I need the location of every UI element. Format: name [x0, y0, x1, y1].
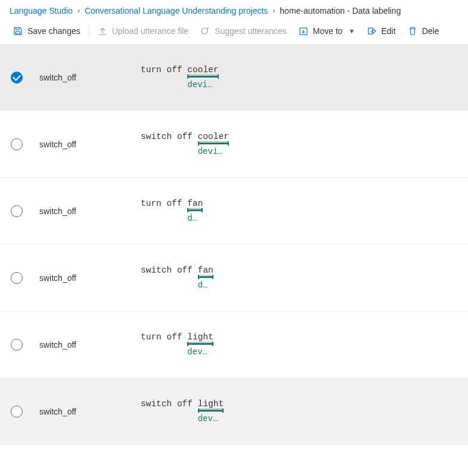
chevron-right-icon: › [272, 7, 275, 15]
chevron-right-icon: › [78, 7, 80, 15]
row-select-cell [11, 272, 39, 284]
entity-span[interactable]: fand… [187, 199, 203, 223]
entity-bracket-icon [187, 76, 218, 78]
intent-label: switch_off [39, 340, 141, 350]
radio-unchecked-icon[interactable] [11, 205, 23, 217]
utterance-cell[interactable]: turn off lightdev… [141, 316, 213, 373]
entity-bracket-icon [187, 209, 203, 211]
intent-label: switch_off [39, 73, 141, 82]
utterance-row[interactable]: switch_offturn off coolerdevi… [0, 44, 468, 111]
utterance-text: switch off coolerdevi… [141, 132, 229, 156]
edit-icon [367, 26, 377, 36]
entity-span[interactable]: coolerdevi… [187, 65, 218, 89]
entity-text: cooler [187, 65, 218, 75]
entity-span[interactable]: lightdev… [198, 399, 224, 424]
utterance-row[interactable]: switch_offswitch off coolerdevi… [0, 111, 468, 178]
delete-button[interactable]: Dele [402, 24, 445, 38]
radio-unchecked-icon[interactable] [11, 406, 23, 418]
row-select-cell [11, 339, 39, 351]
chevron-down-icon: ▼ [349, 27, 355, 35]
utterance-cell[interactable]: turn off fand… [141, 182, 203, 240]
toolbar-separator [89, 24, 89, 38]
intent-label: switch_off [39, 206, 141, 216]
row-select-cell [11, 138, 39, 150]
entity-label[interactable]: devi… [198, 147, 229, 156]
utterance-prefix: switch off [141, 399, 198, 424]
suggest-icon [200, 26, 210, 36]
save-button-label: Save changes [27, 26, 80, 36]
utterance-list: switch_offturn off coolerdevi…switch_off… [0, 44, 468, 445]
utterance-row[interactable]: switch_offturn off fand… [0, 178, 468, 245]
save-icon [13, 26, 23, 36]
radio-unchecked-icon[interactable] [11, 339, 23, 351]
entity-span[interactable]: fand… [198, 265, 213, 290]
utterance-prefix: switch off [141, 132, 198, 156]
move-to-icon [299, 26, 308, 36]
utterance-cell[interactable]: switch off fand… [141, 249, 213, 307]
move-to-button[interactable]: Move to ▼ [293, 24, 361, 38]
entity-label[interactable]: devi… [187, 80, 218, 89]
utterance-prefix: turn off [141, 65, 187, 89]
utterance-prefix: switch off [141, 265, 198, 290]
utterance-row[interactable]: switch_offswitch off fand… [0, 245, 468, 311]
utterance-text: turn off fand… [141, 199, 203, 223]
entity-bracket-icon [198, 410, 224, 412]
utterance-cell[interactable]: turn off coolerdevi… [141, 48, 219, 106]
upload-icon [98, 26, 107, 36]
entity-span[interactable]: coolerdevi… [198, 132, 229, 156]
utterance-prefix: turn off [141, 199, 187, 223]
entity-label[interactable]: d… [187, 214, 203, 223]
utterance-row[interactable]: switch_offturn off lightdev… [0, 311, 468, 378]
utterance-row[interactable]: switch_offswitch off lightdev… [0, 378, 468, 445]
entity-label[interactable]: d… [198, 280, 213, 290]
row-select-cell [11, 72, 39, 84]
save-button[interactable]: Save changes [7, 24, 86, 38]
utterance-text: switch off fand… [141, 265, 213, 290]
entity-text: cooler [198, 132, 229, 142]
suggest-button-label: Suggest utterances [215, 26, 287, 36]
utterance-text: switch off lightdev… [141, 399, 224, 424]
breadcrumb-link-clu-projects[interactable]: Conversational Language Understanding pr… [85, 6, 268, 16]
move-to-label: Move to [313, 26, 343, 36]
upload-button-label: Upload utterance file [112, 26, 188, 36]
entity-label[interactable]: dev… [198, 414, 224, 424]
utterance-prefix: turn off [141, 332, 187, 357]
utterance-text: turn off lightdev… [141, 332, 213, 357]
utterance-text: turn off coolerdevi… [141, 65, 219, 89]
breadcrumb-link-language-studio[interactable]: Language Studio [10, 6, 73, 16]
entity-text: light [198, 399, 224, 409]
row-select-cell [11, 406, 39, 418]
entity-bracket-icon [198, 143, 229, 144]
breadcrumb-current: home-automation - Data labeling [280, 6, 401, 16]
entity-span[interactable]: lightdev… [187, 332, 213, 357]
entity-text: fan [198, 265, 213, 276]
toolbar: Save changes Upload utterance file Sugge… [0, 20, 468, 44]
row-select-cell [11, 205, 39, 217]
entity-text: fan [187, 199, 203, 209]
utterance-cell[interactable]: switch off coolerdevi… [141, 115, 229, 173]
utterance-cell[interactable]: switch off lightdev… [141, 382, 224, 440]
radio-unchecked-icon[interactable] [11, 272, 23, 284]
edit-button[interactable]: Edit [361, 24, 402, 38]
edit-button-label: Edit [382, 26, 396, 36]
svg-point-1 [202, 28, 207, 34]
upload-utterance-button[interactable]: Upload utterance file [92, 24, 194, 38]
intent-label: switch_off [39, 407, 141, 416]
intent-label: switch_off [39, 140, 141, 149]
trash-icon [408, 26, 417, 36]
entity-bracket-icon [198, 276, 213, 278]
suggest-utterances-button[interactable]: Suggest utterances [194, 24, 293, 38]
breadcrumb: Language Studio › Conversational Languag… [0, 0, 468, 20]
radio-unchecked-icon[interactable] [11, 138, 23, 150]
intent-label: switch_off [39, 273, 141, 283]
entity-bracket-icon [187, 343, 213, 345]
entity-label[interactable]: dev… [187, 347, 213, 357]
checkmark-icon[interactable] [11, 72, 23, 84]
entity-text: light [187, 332, 213, 342]
svg-rect-0 [16, 32, 20, 34]
delete-button-label: Dele [422, 26, 439, 36]
